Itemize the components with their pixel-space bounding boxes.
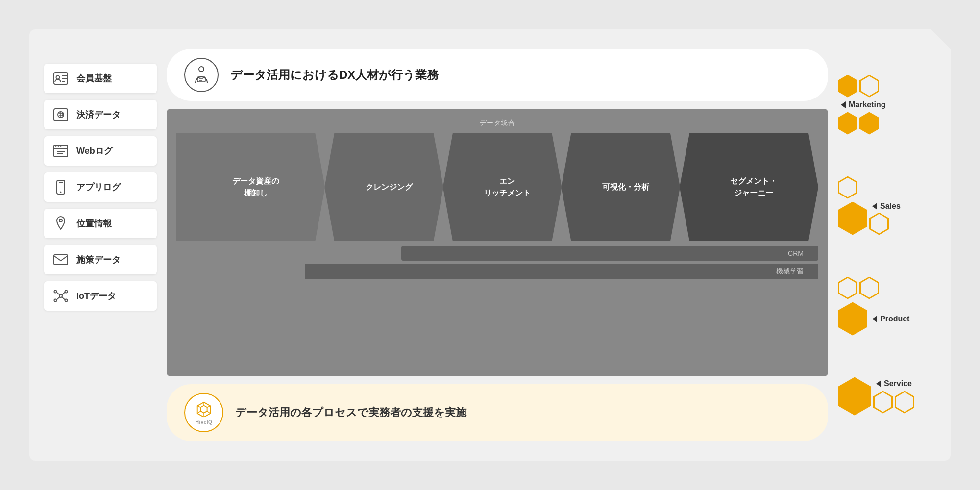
weblog-icon	[52, 142, 70, 160]
data-sources-sidebar: 会員基盤 決済データ	[44, 49, 157, 441]
location-icon	[52, 215, 70, 232]
iot-icon	[52, 287, 70, 305]
svg-line-36	[207, 411, 211, 413]
user-card-icon	[52, 70, 70, 87]
hex-service-outline-1	[873, 391, 893, 414]
mail-icon	[52, 251, 70, 269]
service-arrow: Service	[873, 379, 914, 388]
top-banner-label: データ活用におけるDX人材が行う業務	[230, 67, 439, 83]
svg-rect-18	[54, 255, 68, 265]
hex-group-service: Service	[838, 377, 936, 416]
step5-label: セグメント・ジャーニー	[730, 175, 777, 199]
hex-product-outline-2	[859, 277, 879, 299]
data-card-weblog: Webログ	[44, 136, 157, 166]
iot-label: IoTデータ	[76, 290, 116, 302]
hex-panel: Marketing Sales	[838, 49, 936, 441]
hex-marketing-outline-1	[859, 75, 879, 98]
step2-label: クレンジング	[366, 181, 413, 193]
marketing-arrow-icon	[841, 101, 846, 108]
step1-label: データ資産の棚卸し	[232, 175, 279, 199]
data-card-payment: 決済データ	[44, 100, 157, 129]
payment-icon	[52, 106, 70, 123]
hex-group-marketing: Marketing	[838, 75, 936, 135]
center-content: データ活用におけるDX人材が行う業務 データ統合 データ資産の棚卸し クレンジン…	[167, 49, 828, 441]
product-arrow: Product	[869, 315, 909, 323]
data-card-location: 位置情報	[44, 209, 157, 238]
step-enrichment: エンリッチメント	[443, 133, 562, 241]
hiveiq-logo: HiveIQ	[184, 393, 223, 432]
step-data-inventory: データ資産の棚卸し	[176, 133, 325, 241]
svg-line-39	[197, 406, 201, 407]
product-arrow-icon	[872, 316, 877, 322]
hex-sales-outline-1	[838, 176, 858, 199]
sales-label: Sales	[880, 202, 901, 211]
svg-point-15	[60, 192, 62, 193]
main-diagram: 会員基盤 決済データ	[29, 29, 951, 461]
hex-service-outline-2	[895, 391, 914, 414]
hex-group-product: Product	[838, 277, 936, 336]
ml-bar: 機械学習	[305, 264, 818, 279]
sub-bars: CRM 機械学習	[176, 246, 818, 279]
svg-point-13	[60, 146, 62, 147]
data-card-campaign: 施策データ	[44, 245, 157, 274]
hex-marketing-2	[838, 112, 858, 135]
data-card-member: 会員基盤	[44, 64, 157, 93]
hex-sales-outline-2	[869, 213, 889, 235]
marketing-arrow: Marketing	[838, 100, 886, 109]
hex-product-outline-1	[838, 277, 858, 299]
weblog-label: Webログ	[76, 145, 113, 157]
svg-point-12	[58, 146, 59, 147]
bottom-banner: HiveIQ データ活用の各プロセスで実務者の支援を実施	[167, 384, 828, 441]
crm-bar: CRM	[401, 246, 819, 261]
hex-sales-big	[838, 202, 867, 235]
svg-line-35	[207, 406, 211, 407]
svg-point-28	[199, 67, 204, 72]
top-banner: データ活用におけるDX人材が行う業務	[167, 49, 828, 101]
hex-marketing-1	[838, 75, 858, 98]
svg-line-24	[56, 292, 60, 295]
product-label: Product	[880, 315, 909, 323]
process-flow-area: データ統合 データ資産の棚卸し クレンジング エンリッチメント 可視化・分析 セ…	[167, 109, 828, 376]
hex-group-sales: Sales	[838, 176, 936, 235]
hex-marketing-3	[859, 112, 879, 135]
svg-point-1	[56, 76, 60, 79]
dx-person-icon	[184, 58, 219, 92]
location-label: 位置情報	[76, 218, 112, 229]
marketing-label: Marketing	[849, 100, 886, 109]
step-segment: セグメント・ジャーニー	[680, 133, 818, 241]
applog-label: アプリログ	[76, 181, 121, 193]
sales-arrow: Sales	[869, 202, 901, 211]
service-arrow-icon	[876, 380, 881, 387]
process-arrows: データ資産の棚卸し クレンジング エンリッチメント 可視化・分析 セグメント・ジ…	[176, 133, 818, 241]
hiveiq-text: HiveIQ	[196, 419, 213, 425]
hex-service-big	[838, 377, 871, 416]
step-visualization: 可視化・分析	[561, 133, 680, 241]
svg-point-11	[55, 146, 57, 147]
step4-label: 可視化・分析	[602, 181, 649, 193]
data-card-applog: アプリログ	[44, 172, 157, 202]
svg-line-27	[62, 297, 65, 300]
svg-marker-33	[200, 405, 207, 413]
svg-line-38	[197, 411, 201, 413]
campaign-label: 施策データ	[76, 254, 121, 266]
svg-line-25	[62, 292, 65, 295]
hex-product-big	[838, 302, 867, 336]
mobile-icon	[52, 178, 70, 196]
service-label: Service	[884, 379, 912, 388]
data-card-iot: IoTデータ	[44, 281, 157, 311]
sales-arrow-icon	[872, 203, 877, 210]
svg-point-17	[59, 219, 62, 222]
data-integration-label: データ統合	[176, 119, 818, 127]
bottom-banner-label: データ活用の各プロセスで実務者の支援を実施	[235, 405, 466, 420]
svg-line-26	[56, 297, 60, 300]
step-cleansing: クレンジング	[324, 133, 443, 241]
member-label: 会員基盤	[76, 73, 112, 84]
payment-label: 決済データ	[76, 109, 121, 121]
step3-label: エンリッチメント	[484, 175, 531, 199]
